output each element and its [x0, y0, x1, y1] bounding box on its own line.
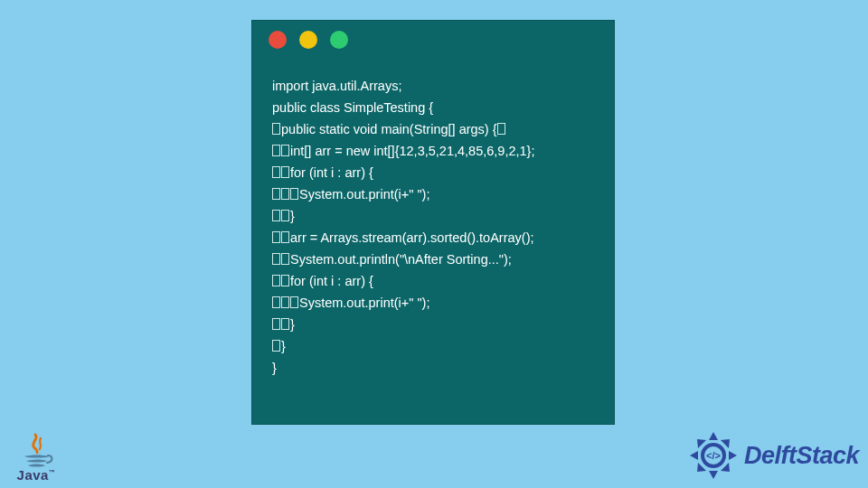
indent-box-icon [272, 123, 280, 135]
svg-marker-6 [690, 451, 698, 460]
indent-box-icon [272, 275, 280, 286]
indent-box-icon [272, 210, 280, 221]
indent-box-icon [281, 188, 289, 200]
code-text: } [272, 361, 277, 375]
indent-box-icon [272, 166, 280, 178]
java-logo: Java™ [9, 433, 63, 483]
code-window: import java.util.Arrays;public class Sim… [251, 20, 615, 425]
indent-box-icon [281, 231, 289, 243]
indent-box-icon [272, 188, 280, 200]
svg-marker-0 [709, 432, 718, 440]
indent-box-icon [272, 296, 280, 308]
indent-box-icon [281, 296, 289, 308]
indent-box-icon [272, 318, 280, 330]
code-line: } [272, 335, 594, 357]
indent-box-icon [272, 253, 280, 265]
indent-box-icon [272, 340, 280, 352]
code-text: import java.util.Arrays; [272, 79, 401, 93]
code-text: for (int i : arr) { [290, 165, 373, 180]
indent-box-icon [281, 318, 289, 330]
svg-marker-2 [729, 451, 737, 460]
code-line: for (int i : arr) { [272, 270, 594, 292]
indent-box-icon [272, 231, 280, 243]
code-line: public static void main(String[] args) { [272, 118, 594, 140]
code-text: System.out.println("\nAfter Sorting...")… [290, 252, 512, 267]
indent-box-icon [281, 253, 289, 265]
code-line: System.out.println("\nAfter Sorting...")… [272, 249, 594, 270]
code-line: System.out.print(i+" "); [272, 292, 594, 314]
code-text: } [281, 339, 286, 353]
indent-box-icon [281, 210, 289, 221]
code-line: int[] arr = new int[]{12,3,5,21,4,85,6,9… [272, 140, 594, 162]
code-text: for (int i : arr) { [290, 274, 373, 288]
code-text: } [290, 209, 295, 223]
code-text: int[] arr = new int[]{12,3,5,21,4,85,6,9… [290, 144, 534, 158]
trail-box-icon [497, 123, 505, 135]
code-line: for (int i : arr) { [272, 162, 594, 183]
code-line: } [272, 205, 594, 227]
delftstack-logo-label: DelftStack [744, 442, 859, 470]
code-line: } [272, 357, 594, 379]
code-line: System.out.print(i+" "); [272, 183, 594, 205]
maximize-icon[interactable] [330, 31, 348, 49]
window-titlebar [252, 21, 614, 59]
indent-box-icon [281, 145, 289, 156]
code-text: } [290, 317, 295, 332]
indent-box-icon [281, 275, 289, 286]
code-text: System.out.print(i+" "); [299, 296, 429, 310]
code-text: arr = Arrays.stream(arr).sorted().toArra… [290, 230, 534, 245]
indent-box-icon [290, 188, 298, 200]
java-logo-label: Java™ [9, 467, 63, 483]
indent-box-icon [272, 145, 280, 156]
delftstack-badge-icon: </> [688, 430, 739, 481]
code-text: System.out.print(i+" "); [299, 187, 429, 202]
delftstack-logo: </> DelftStack [688, 430, 859, 481]
minimize-icon[interactable] [299, 31, 317, 49]
close-icon[interactable] [269, 31, 287, 49]
svg-marker-4 [709, 471, 718, 479]
code-text: public class SimpleTesting { [272, 100, 433, 115]
code-text: public static void main(String[] args) { [281, 122, 497, 136]
code-line: arr = Arrays.stream(arr).sorted().toArra… [272, 227, 594, 249]
java-cup-icon [15, 433, 57, 469]
code-line: public class SimpleTesting { [272, 97, 594, 118]
svg-text:</>: </> [706, 450, 721, 461]
indent-box-icon [290, 296, 298, 308]
code-block: import java.util.Arrays;public class Sim… [252, 59, 614, 379]
code-line: } [272, 314, 594, 335]
indent-box-icon [281, 166, 289, 178]
code-line: import java.util.Arrays; [272, 75, 594, 97]
